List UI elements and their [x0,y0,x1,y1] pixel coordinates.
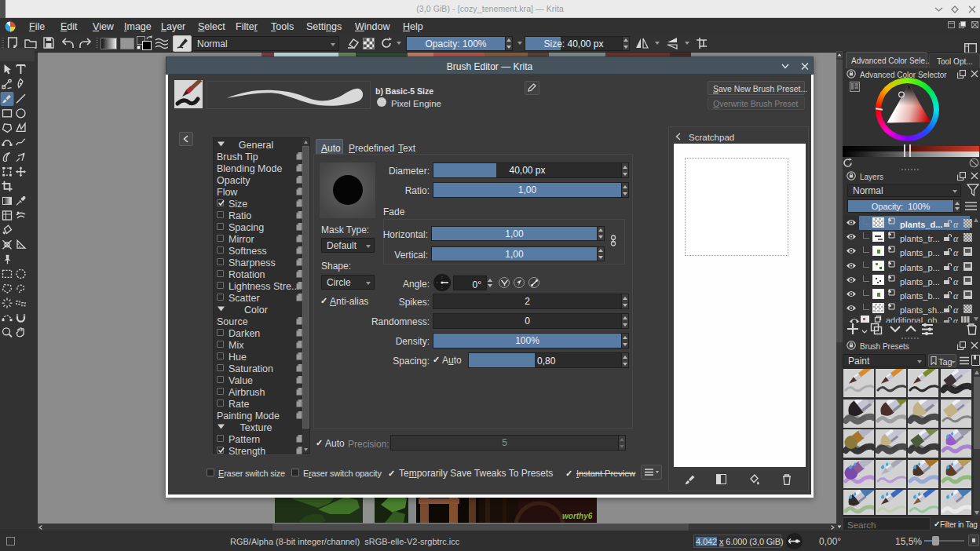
svg-text:worthy6: worthy6 [562,512,593,520]
